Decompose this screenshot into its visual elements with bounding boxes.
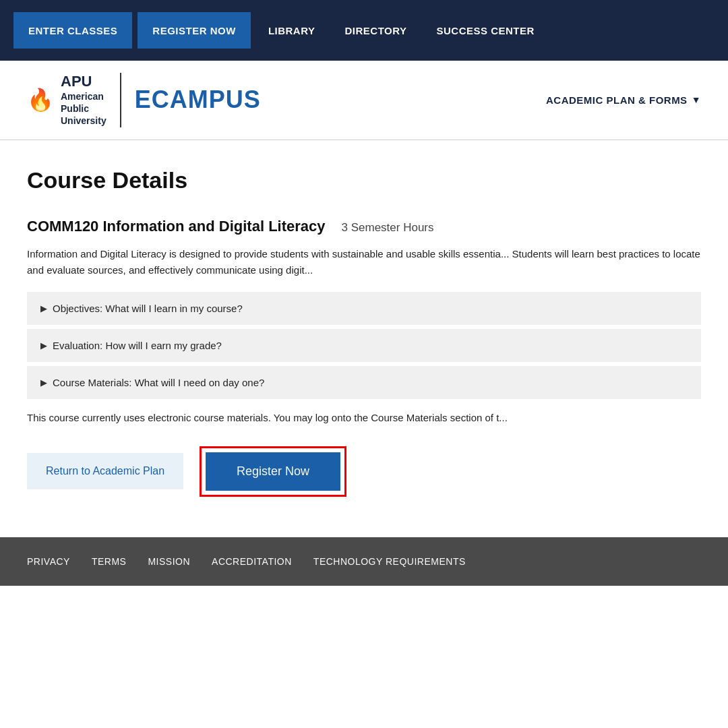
library-nav-link[interactable]: LIBRARY	[256, 25, 328, 36]
action-buttons: Return to Academic Plan Register Now	[27, 446, 701, 497]
accordion-objectives-label: Objectives: What will I learn in my cour…	[53, 303, 243, 314]
footer-terms-link[interactable]: TERMS	[92, 556, 127, 567]
apu-text: APU	[61, 73, 107, 90]
apu-logo: 🔥 APU American Public University	[27, 73, 121, 127]
ecampus-logo: ECAMPUS	[135, 86, 261, 114]
footer-privacy-link[interactable]: PRIVACY	[27, 556, 70, 567]
footer-technology-link[interactable]: TECHNOLOGY REQUIREMENTS	[313, 556, 466, 567]
academic-plan-button[interactable]: ACADEMIC PLAN & FORMS ▼	[546, 94, 701, 106]
course-description: Information and Digital Literacy is desi…	[27, 246, 701, 278]
course-materials-note: This course currently uses electronic co…	[27, 410, 701, 426]
enter-classes-button[interactable]: ENTER CLASSES	[13, 12, 132, 49]
logo-text-block: APU American Public University	[61, 73, 107, 127]
footer-accreditation-link[interactable]: ACCREDITATION	[212, 556, 292, 567]
accordion-materials[interactable]: ▶ Course Materials: What will I need on …	[27, 366, 701, 399]
accordion-arrow-icon: ▶	[40, 303, 47, 313]
site-footer: PRIVACY TERMS MISSION ACCREDITATION TECH…	[0, 537, 728, 586]
dropdown-arrow-icon: ▼	[692, 94, 701, 105]
register-now-nav-button[interactable]: REGISTER NOW	[138, 12, 251, 49]
success-center-nav-link[interactable]: SUCCESS CENTER	[425, 25, 547, 36]
accordion-arrow-icon: ▶	[40, 340, 47, 351]
register-now-button[interactable]: Register Now	[206, 452, 340, 491]
accordion-materials-label: Course Materials: What will I need on da…	[53, 377, 264, 388]
footer-mission-link[interactable]: MISSION	[148, 556, 190, 567]
register-now-highlight: Register Now	[200, 446, 346, 497]
course-title-row: COMM120 Information and Digital Literacy…	[27, 218, 701, 235]
logo-area: 🔥 APU American Public University ECAMPUS	[27, 73, 261, 127]
accordion-evaluation-label: Evaluation: How will I earn my grade?	[53, 340, 222, 351]
university-text: American Public University	[61, 90, 107, 127]
flame-icon: 🔥	[27, 89, 54, 111]
main-content: Course Details COMM120 Information and D…	[0, 140, 728, 524]
directory-nav-link[interactable]: DIRECTORY	[332, 25, 419, 36]
accordion-objectives[interactable]: ▶ Objectives: What will I learn in my co…	[27, 292, 701, 325]
accordion-arrow-icon: ▶	[40, 377, 47, 388]
accordion-evaluation[interactable]: ▶ Evaluation: How will I earn my grade?	[27, 329, 701, 362]
course-title: COMM120 Information and Digital Literacy	[27, 218, 326, 235]
site-header: 🔥 APU American Public University ECAMPUS…	[0, 61, 728, 140]
page-title: Course Details	[27, 167, 701, 193]
semester-hours: 3 Semester Hours	[342, 221, 434, 235]
top-navigation: ENTER CLASSES REGISTER NOW LIBRARY DIREC…	[0, 0, 728, 61]
return-to-academic-plan-button[interactable]: Return to Academic Plan	[27, 453, 183, 489]
